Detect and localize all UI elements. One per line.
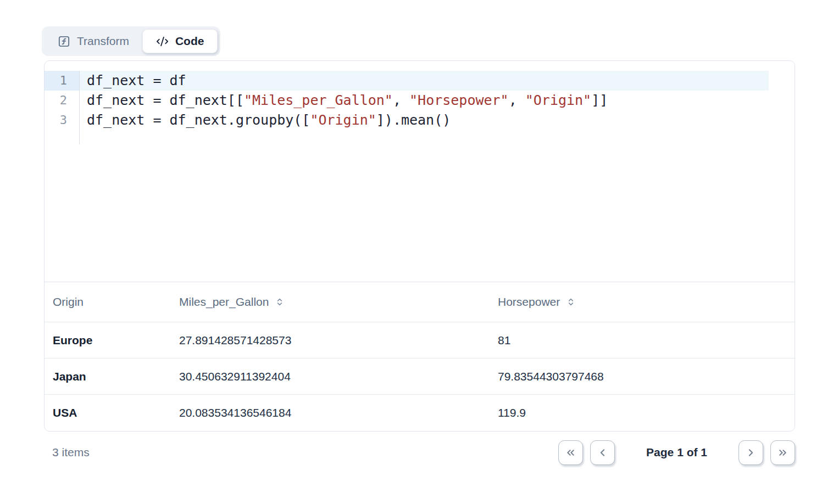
tab-transform-label: Transform (77, 35, 129, 48)
table-header-row: OriginMiles_per_GallonHorsepower (45, 282, 795, 322)
code-line-2[interactable]: 2df_next = df_next[["Miles_per_Gallon", … (45, 91, 795, 110)
table-row: Japan30.45063291139240479.83544303797468 (45, 359, 795, 395)
cell-horsepower: 79.83544303797468 (490, 359, 795, 395)
cell-miles_per_gallon: 20.083534136546184 (171, 395, 490, 431)
line-number: 2 (45, 91, 80, 110)
code-line-content: df_next = df_next[["Miles_per_Gallon", "… (80, 91, 769, 110)
code-line-content: df_next = df (80, 71, 769, 91)
table-row: USA20.083534136546184119.9 (45, 395, 795, 431)
code-line-content: df_next = df_next.groupby(["Origin"]).me… (80, 110, 769, 130)
next-page-button[interactable] (738, 440, 763, 465)
chevrons-up-down-icon[interactable] (567, 298, 575, 306)
function-square-icon (58, 35, 70, 48)
line-number: 3 (45, 110, 80, 130)
prev-page-button[interactable] (590, 440, 615, 465)
editor-gutter-filler (45, 130, 795, 144)
code-editor[interactable]: 1df_next = df2df_next = df_next[["Miles_… (45, 61, 795, 282)
table-footer: 3 items Page 1 of 1 (44, 440, 795, 465)
code-line-1[interactable]: 1df_next = df (45, 71, 795, 91)
column-label: Miles_per_Gallon (179, 295, 269, 309)
cell-origin: Japan (45, 359, 171, 395)
cell-miles_per_gallon: 27.891428571428573 (171, 322, 490, 359)
code-icon (156, 35, 169, 48)
column-label: Origin (53, 295, 84, 309)
cell-horsepower: 81 (490, 322, 795, 359)
column-header-miles_per_gallon[interactable]: Miles_per_Gallon (171, 282, 490, 322)
chevrons-up-down-icon[interactable] (275, 298, 284, 306)
code-and-results-panel: 1df_next = df2df_next = df_next[["Miles_… (44, 60, 795, 432)
cell-miles_per_gallon: 30.450632911392404 (171, 359, 490, 395)
page-indicator: Page 1 of 1 (646, 446, 707, 459)
items-count: 3 items (44, 446, 90, 459)
tab-code-label: Code (175, 35, 204, 48)
tab-transform[interactable]: Transform (45, 29, 142, 53)
code-line-3[interactable]: 3df_next = df_next.groupby(["Origin"]).m… (45, 110, 795, 130)
column-label: Horsepower (498, 295, 560, 309)
chevrons-left-icon (565, 447, 576, 458)
cell-origin: Europe (45, 322, 171, 359)
chevron-right-icon (745, 447, 757, 458)
view-toggle: Transform Code (42, 26, 220, 56)
first-page-button[interactable] (558, 440, 583, 465)
chevron-left-icon (597, 447, 608, 458)
line-number: 1 (45, 71, 80, 91)
column-header-horsepower[interactable]: Horsepower (490, 282, 795, 322)
table-row: Europe27.89142857142857381 (45, 322, 795, 359)
last-page-button[interactable] (770, 440, 795, 465)
column-header-origin: Origin (45, 282, 171, 322)
cell-origin: USA (45, 395, 171, 431)
tab-code[interactable]: Code (142, 29, 218, 53)
results-table: OriginMiles_per_GallonHorsepower Europe2… (45, 282, 795, 431)
chevrons-right-icon (777, 447, 788, 458)
pagination: Page 1 of 1 (558, 440, 795, 465)
cell-horsepower: 119.9 (490, 395, 795, 431)
